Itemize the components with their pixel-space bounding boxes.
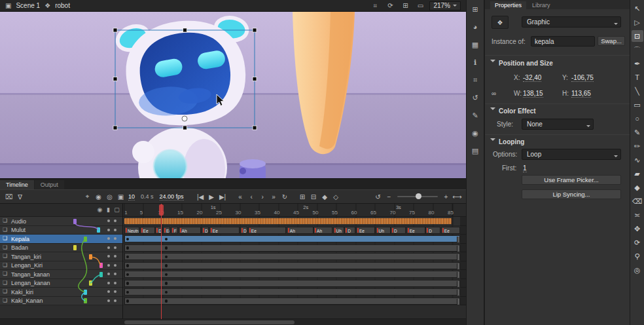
stage-canvas[interactable] bbox=[0, 12, 466, 178]
layer-row[interactable]: ❏Lengan_kanan bbox=[0, 279, 122, 288]
swap-button[interactable]: Swap... bbox=[598, 36, 625, 46]
transform-panel-icon[interactable]: ⌗ bbox=[469, 75, 481, 85]
instance-name-field[interactable] bbox=[531, 36, 595, 47]
frame-rate[interactable]: 24.00 fps bbox=[160, 193, 184, 201]
lip-syncing-button[interactable]: Lip Syncing... bbox=[522, 189, 621, 199]
oval-tool-icon[interactable]: ○ bbox=[632, 113, 643, 124]
camera-tool-icon[interactable]: ◎ bbox=[632, 264, 643, 276]
assets-panel-icon[interactable]: ▤ bbox=[469, 145, 481, 156]
layer-row[interactable]: ❏Audio bbox=[0, 217, 122, 226]
free-transform-tool-icon[interactable]: ⊡ bbox=[632, 30, 643, 42]
show-hide-all-icon[interactable]: ◉ bbox=[97, 206, 103, 213]
layer-row[interactable]: ❏Tangan_kanan bbox=[0, 270, 122, 279]
scrollbar-thumb[interactable] bbox=[124, 320, 295, 324]
keyframe[interactable] bbox=[126, 299, 130, 303]
frame-row[interactable] bbox=[123, 217, 466, 226]
frame-span[interactable] bbox=[124, 244, 460, 252]
phoneme-segment[interactable]: D bbox=[240, 227, 247, 234]
lock-all-icon[interactable]: ▮ bbox=[105, 206, 111, 213]
phoneme-segment[interactable]: D bbox=[202, 227, 209, 234]
phoneme-segment[interactable]: Ee bbox=[441, 227, 460, 234]
frame-row[interactable] bbox=[123, 297, 466, 306]
reset-timeline-zoom-icon[interactable]: ↺ bbox=[373, 193, 383, 201]
breadcrumb-scene[interactable]: Scene 1 bbox=[16, 2, 40, 9]
tab-properties[interactable]: Properties bbox=[490, 1, 526, 9]
phoneme-segment[interactable]: Neutral bbox=[124, 227, 139, 234]
layer-row[interactable]: ❏Badan bbox=[0, 244, 122, 253]
looping-section-header[interactable]: Looping bbox=[490, 138, 524, 145]
layer-color-swatch[interactable] bbox=[73, 245, 77, 250]
layer-row[interactable]: ❏Kepala bbox=[0, 235, 122, 244]
keyframe[interactable] bbox=[165, 264, 168, 267]
layer-lock-dot[interactable] bbox=[114, 299, 116, 302]
phoneme-segment[interactable]: F bbox=[171, 227, 178, 234]
step-forward-icon[interactable]: ▶| bbox=[218, 193, 228, 201]
width-tool-icon[interactable]: ≍ bbox=[632, 209, 643, 221]
zoom-in-icon[interactable]: + bbox=[441, 193, 451, 201]
text-tool-icon[interactable]: T bbox=[632, 71, 643, 83]
phoneme-segment[interactable]: Ee bbox=[406, 227, 425, 234]
phoneme-segment[interactable]: Ee bbox=[163, 227, 170, 234]
layer-visibility-dot[interactable] bbox=[107, 246, 110, 249]
keyframe[interactable] bbox=[126, 273, 130, 277]
timeline-zoom-slider[interactable] bbox=[397, 196, 438, 197]
center-frame-icon[interactable]: ⌖ bbox=[82, 193, 92, 201]
frame-span[interactable] bbox=[124, 297, 460, 305]
line-tool-icon[interactable]: ╲ bbox=[632, 85, 643, 97]
swatches-panel-icon[interactable]: ▦ bbox=[469, 39, 481, 50]
frame-row[interactable] bbox=[123, 252, 466, 261]
layer-lock-dot[interactable] bbox=[114, 246, 116, 249]
layer-color-swatch[interactable] bbox=[84, 290, 87, 295]
layer-row[interactable]: ❏Kaki_kiri bbox=[0, 288, 122, 297]
timeline-ruler[interactable]: 1s2s3s1510152025303540455055606570758085 bbox=[123, 204, 466, 217]
subselection-tool-icon[interactable]: ▷ bbox=[632, 16, 643, 28]
audio-waveform[interactable] bbox=[124, 218, 452, 224]
pen-tool-icon[interactable]: ✒ bbox=[632, 58, 643, 69]
timeline-scrollbar[interactable] bbox=[0, 318, 466, 325]
keyframe[interactable] bbox=[126, 264, 130, 267]
insert-frame-icon[interactable]: ⊞ bbox=[298, 193, 308, 201]
frame-span[interactable] bbox=[124, 288, 460, 296]
scenes-panel-icon[interactable]: ◉ bbox=[469, 128, 481, 138]
keyframe[interactable] bbox=[126, 238, 130, 241]
phoneme-segment[interactable]: D bbox=[344, 227, 355, 234]
layer-lock-dot[interactable] bbox=[114, 229, 116, 231]
w-value[interactable]: 138,15 bbox=[523, 90, 543, 98]
style-dropdown[interactable]: None bbox=[522, 119, 594, 130]
loop-icon[interactable]: ↻ bbox=[280, 193, 290, 201]
transformation-point[interactable] bbox=[182, 116, 187, 121]
symbol-type-dropdown[interactable]: Graphic bbox=[522, 16, 621, 28]
phoneme-segment[interactable]: Ah bbox=[287, 227, 313, 234]
phoneme-segment[interactable]: D bbox=[391, 227, 406, 234]
keyframe[interactable] bbox=[165, 273, 168, 277]
rotation-tool-icon[interactable]: ⟳ bbox=[632, 237, 643, 248]
position-size-section-header[interactable]: Position and Size bbox=[490, 60, 553, 67]
fit-timeline-icon[interactable]: ⟷ bbox=[452, 193, 462, 201]
layer-lock-dot[interactable] bbox=[114, 290, 116, 293]
align-panel-icon[interactable]: ⊞ bbox=[469, 4, 481, 14]
layer-color-swatch[interactable] bbox=[99, 263, 103, 268]
brushes-panel-icon[interactable]: ✎ bbox=[469, 110, 481, 121]
frame-row[interactable] bbox=[123, 261, 466, 271]
remove-frame-icon[interactable]: ⊟ bbox=[309, 193, 319, 201]
layer-visibility-dot[interactable] bbox=[107, 273, 110, 275]
link-wh-icon[interactable]: ∞ bbox=[492, 90, 496, 97]
onion-skin-outlines-icon[interactable]: ◎ bbox=[105, 193, 115, 201]
frame-row[interactable] bbox=[123, 244, 466, 253]
frame-span[interactable] bbox=[124, 253, 460, 260]
phoneme-segment[interactable]: Ee bbox=[356, 227, 375, 234]
phoneme-segment[interactable]: Ee bbox=[140, 227, 155, 234]
rectangle-tool-icon[interactable]: ▭ bbox=[632, 99, 643, 111]
keyframe[interactable] bbox=[126, 256, 130, 259]
history-panel-icon[interactable]: ↺ bbox=[469, 92, 481, 103]
frame-row[interactable] bbox=[123, 235, 466, 244]
layer-visibility-dot[interactable] bbox=[107, 282, 110, 284]
frame-row[interactable] bbox=[123, 270, 466, 279]
zoom-level-dropdown[interactable]: 217% bbox=[429, 1, 461, 10]
keyframe[interactable] bbox=[165, 256, 168, 259]
zoom-out-icon[interactable]: − bbox=[384, 193, 394, 201]
layer-visibility-dot[interactable] bbox=[107, 255, 110, 258]
bone-tool-icon[interactable]: ∿ bbox=[632, 154, 643, 166]
layer-visibility-dot[interactable] bbox=[107, 237, 110, 240]
tab-library[interactable]: Library bbox=[528, 1, 555, 9]
